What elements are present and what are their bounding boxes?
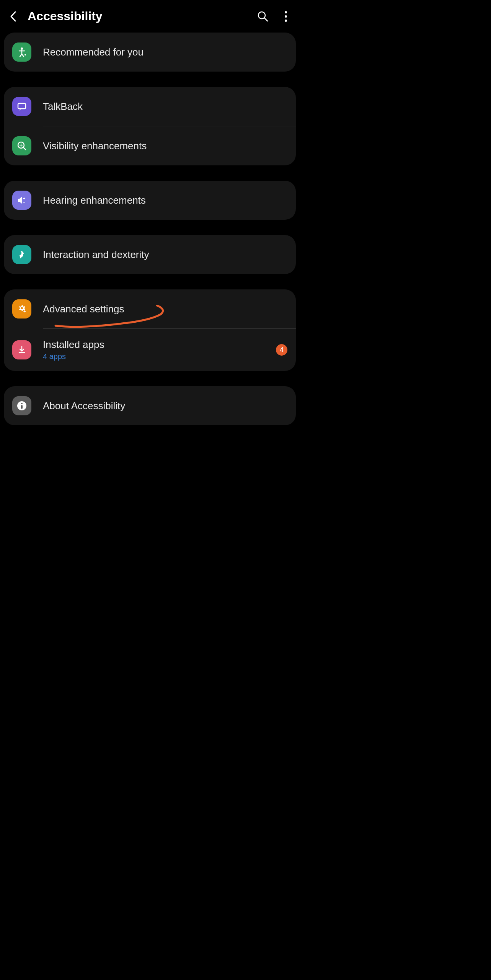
- more-button[interactable]: [280, 10, 292, 23]
- card-hearing: + Hearing enhancements: [4, 181, 296, 220]
- touch-icon: [12, 245, 31, 264]
- card-interaction: Interaction and dexterity: [4, 235, 296, 274]
- row-interaction[interactable]: Interaction and dexterity: [4, 235, 296, 274]
- magnifier-plus-icon: [12, 136, 31, 155]
- row-about[interactable]: About Accessibility: [4, 386, 296, 425]
- row-visibility[interactable]: Visibility enhancements: [4, 126, 296, 165]
- info-icon: [12, 396, 31, 415]
- count-badge: 4: [276, 344, 287, 356]
- back-button[interactable]: [8, 11, 18, 22]
- row-talkback[interactable]: TalkBack: [4, 87, 296, 126]
- row-text: Installed apps 4 apps: [43, 339, 264, 361]
- gear-plus-icon: +: [12, 299, 31, 318]
- download-icon: [12, 340, 31, 359]
- row-text: Hearing enhancements: [43, 194, 287, 206]
- row-text: Recommended for you: [43, 46, 287, 58]
- row-recommended[interactable]: Recommended for you: [4, 33, 296, 72]
- row-text: Interaction and dexterity: [43, 249, 287, 261]
- svg-line-8: [23, 147, 26, 150]
- row-label: Installed apps: [43, 339, 264, 351]
- svg-rect-6: [18, 103, 26, 109]
- row-label: TalkBack: [43, 101, 287, 113]
- search-icon: [257, 11, 269, 22]
- more-vert-icon: [284, 11, 287, 22]
- svg-point-4: [285, 20, 287, 22]
- card-about: About Accessibility: [4, 386, 296, 425]
- svg-point-5: [21, 47, 23, 50]
- svg-point-3: [285, 15, 287, 18]
- search-button[interactable]: [257, 10, 269, 23]
- card-talkback-visibility: TalkBack Visibility enhancements: [4, 87, 296, 165]
- row-text: Advanced settings: [43, 303, 287, 315]
- card-recommended: Recommended for you: [4, 33, 296, 72]
- row-text: About Accessibility: [43, 400, 287, 412]
- svg-line-1: [264, 18, 268, 21]
- header-actions: [257, 10, 292, 23]
- row-text: TalkBack: [43, 101, 287, 113]
- page-title: Accessibility: [28, 9, 248, 23]
- accessibility-person-icon: [12, 42, 31, 62]
- row-sublabel: 4 apps: [43, 352, 264, 361]
- row-installed-apps[interactable]: Installed apps 4 apps 4: [4, 329, 296, 371]
- row-label: Interaction and dexterity: [43, 249, 287, 261]
- svg-point-20: [21, 403, 23, 404]
- row-hearing[interactable]: + Hearing enhancements: [4, 181, 296, 220]
- row-label: Advanced settings: [43, 303, 287, 315]
- row-text: Visibility enhancements: [43, 140, 287, 152]
- content: Recommended for you TalkBack: [0, 33, 300, 425]
- svg-point-2: [285, 11, 287, 13]
- row-label: Recommended for you: [43, 46, 287, 58]
- header: Accessibility: [0, 0, 300, 33]
- row-label: Hearing enhancements: [43, 194, 287, 206]
- row-label: Visibility enhancements: [43, 140, 287, 152]
- svg-text:+: +: [23, 309, 26, 314]
- talkback-icon: [12, 97, 31, 116]
- chevron-left-icon: [10, 11, 16, 22]
- row-advanced[interactable]: + Advanced settings: [4, 289, 296, 328]
- card-advanced-installed: + Advanced settings Installed apps 4: [4, 289, 296, 371]
- row-label: About Accessibility: [43, 400, 287, 412]
- speaker-icon: +: [12, 191, 31, 210]
- svg-point-15: [21, 307, 23, 309]
- svg-rect-21: [21, 405, 23, 409]
- svg-text:+: +: [23, 196, 25, 201]
